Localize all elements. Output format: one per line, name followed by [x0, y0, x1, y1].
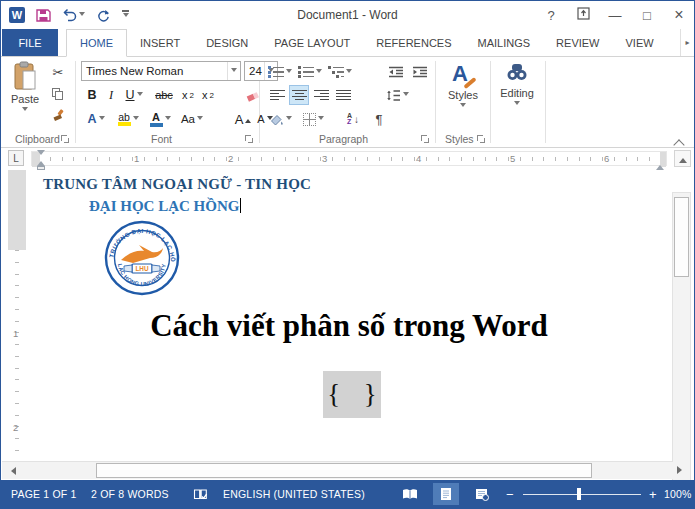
paste-button[interactable]: Paste [7, 61, 43, 127]
styles-button[interactable]: A Styles [439, 61, 487, 127]
scroll-right-button[interactable] [673, 461, 690, 478]
justify-button[interactable] [333, 85, 353, 105]
text-highlight-button[interactable]: ab [113, 109, 143, 129]
grow-font-button[interactable]: A [233, 109, 253, 129]
editing-button[interactable]: Editing [493, 61, 541, 127]
align-center-button[interactable] [289, 85, 309, 105]
tab-file[interactable]: FILE [2, 29, 58, 56]
superscript-button[interactable]: x2 [199, 85, 217, 105]
scroll-left-button[interactable] [3, 462, 20, 479]
proofing-status-icon[interactable] [193, 480, 208, 508]
document-page[interactable]: TRUNG TÂM NGOẠI NGỮ - TIN HỌC ĐẠI HỌC LẠ… [29, 170, 669, 462]
shading-button[interactable] [267, 109, 295, 129]
cut-icon: ✂ [53, 65, 64, 80]
zoom-out-button[interactable]: − [506, 480, 514, 508]
doc-header-line2[interactable]: ĐẠI HỌC LẠC HỒNG [89, 198, 241, 215]
tab-home[interactable]: HOME [66, 29, 127, 57]
font-family-combo[interactable]: Times New Roman [81, 61, 241, 81]
strikethrough-button[interactable]: abc [151, 85, 177, 105]
font-color-button[interactable]: A [147, 109, 173, 129]
sort-icon: AZ [347, 113, 352, 126]
decrease-indent-button[interactable] [385, 62, 407, 82]
increase-indent-button[interactable] [409, 62, 431, 82]
align-left-button[interactable] [267, 85, 287, 105]
tab-mailings[interactable]: MAILINGS [465, 29, 544, 56]
language-indicator[interactable]: ENGLISH (UNITED STATES) [223, 480, 365, 508]
zoom-level[interactable]: 100% [664, 480, 692, 508]
title-bar: W Document1 - Word ? — □ × [1, 1, 694, 29]
shading-icon [270, 113, 284, 126]
clipboard-dialog-launcher[interactable] [61, 135, 70, 144]
paragraph-group-label: Paragraph [319, 133, 368, 145]
show-hide-pilcrow-button[interactable]: ¶ [369, 109, 389, 129]
align-right-button[interactable] [311, 85, 331, 105]
university-logo[interactable]: TRƯỜNG ĐẠI HỌC LẠC HỒNG LAC HONG UNIVERS… [104, 220, 180, 296]
underline-button[interactable]: U [121, 85, 147, 105]
word-count-indicator[interactable]: 2 OF 8 WORDS [91, 480, 169, 508]
tab-overflow-button[interactable]: ▸ [680, 29, 694, 56]
tab-stop-selector[interactable]: L [8, 150, 24, 166]
bold-button[interactable]: B [83, 85, 101, 105]
web-layout-button[interactable] [469, 483, 495, 505]
tab-insert[interactable]: INSERT [127, 29, 193, 56]
format-painter-button[interactable] [47, 106, 69, 126]
zoom-slider-thumb[interactable] [577, 488, 581, 500]
scroll-up-button[interactable] [674, 150, 691, 167]
print-layout-icon [440, 487, 452, 501]
font-group-label: Font [151, 133, 172, 145]
print-layout-button[interactable] [433, 483, 459, 505]
doc-heading[interactable]: Cách viết phân số trong Word [29, 308, 669, 344]
horizontal-scrollbar[interactable] [2, 461, 673, 479]
tab-review[interactable]: REVIEW [543, 29, 612, 56]
font-color-swatch [150, 123, 163, 127]
tab-references[interactable]: REFERENCES [363, 29, 464, 56]
increase-indent-icon [412, 66, 428, 78]
multilevel-list-button[interactable] [327, 62, 353, 82]
web-layout-icon [475, 488, 489, 501]
clear-formatting-button[interactable] [241, 85, 265, 105]
help-button[interactable]: ? [542, 8, 560, 23]
font-family-dropdown-arrow [231, 68, 237, 75]
paragraph-dialog-launcher[interactable] [421, 135, 430, 144]
line-spacing-button[interactable] [383, 85, 411, 105]
read-mode-button[interactable] [397, 483, 423, 505]
horizontal-scrollbar-thumb[interactable] [96, 463, 592, 478]
collapse-ribbon-button[interactable] [674, 136, 684, 144]
zoom-slider-track[interactable] [523, 494, 641, 495]
subscript-button[interactable]: x2 [179, 85, 197, 105]
minimize-button[interactable]: — [606, 8, 624, 23]
right-indent-marker[interactable] [656, 161, 664, 170]
zoom-in-button[interactable]: + [649, 480, 657, 508]
tab-view[interactable]: VIEW [613, 29, 667, 56]
maximize-button[interactable]: □ [638, 8, 656, 23]
styles-group-label: Styles [445, 133, 474, 145]
tab-design[interactable]: DESIGN [193, 29, 261, 56]
paste-icon [12, 61, 38, 91]
cut-button[interactable]: ✂ [47, 62, 69, 82]
status-bar: PAGE 1 OF 1 2 OF 8 WORDS ENGLISH (UNITED… [1, 480, 694, 508]
sort-button[interactable]: AZ ↓ [341, 109, 365, 129]
vertical-ruler[interactable]: 1 2 [8, 170, 26, 462]
styles-dialog-launcher[interactable] [477, 135, 486, 144]
vertical-scrollbar[interactable] [672, 192, 691, 484]
clear-formatting-icon [245, 88, 261, 102]
bullets-button[interactable] [267, 62, 293, 82]
hanging-indent-marker[interactable] [37, 157, 45, 166]
numbering-button[interactable] [297, 62, 323, 82]
borders-button[interactable] [299, 109, 327, 129]
copy-button[interactable] [47, 84, 69, 104]
underline-dropdown-arrow [137, 92, 143, 99]
vertical-scrollbar-thumb[interactable] [674, 197, 689, 277]
close-button[interactable]: × [670, 6, 688, 24]
equation-placeholder[interactable]: { } [323, 371, 381, 418]
page-indicator[interactable]: PAGE 1 OF 1 [11, 480, 77, 508]
change-case-button[interactable]: Aa [177, 109, 207, 129]
tab-page-layout[interactable]: PAGE LAYOUT [261, 29, 363, 56]
text-effects-button[interactable]: A [83, 109, 109, 129]
font-dialog-launcher[interactable] [245, 135, 254, 144]
word-window: W Document1 - Word ? — □ × FILE HOME INS… [0, 0, 695, 509]
ribbon-display-options-button[interactable] [574, 7, 592, 23]
italic-button[interactable]: I [103, 85, 119, 105]
doc-header-line1[interactable]: TRUNG TÂM NGOẠI NGỮ - TIN HỌC [43, 176, 311, 193]
horizontal-ruler[interactable]: 1 2 3 4 5 6 [31, 151, 667, 166]
